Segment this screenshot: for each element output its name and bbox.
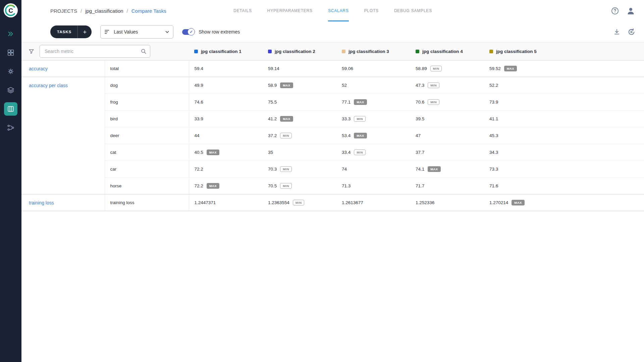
tab-debug-samples[interactable]: DEBUG SAMPLES xyxy=(394,0,432,21)
menu-expand-icon xyxy=(7,30,14,38)
clearml-logo[interactable]: C xyxy=(3,3,18,18)
tab-bar: DETAILS HYPERPARAMETERS SCALARS PLOTS DE… xyxy=(233,0,432,21)
metric-search-input[interactable] xyxy=(45,49,141,54)
metric-value: 1.252336 xyxy=(416,200,434,205)
refresh-button[interactable] xyxy=(628,28,635,36)
table-body: accuracytotal59.459.1459.0658.89MIN59.52… xyxy=(21,60,644,211)
user-avatar-icon xyxy=(626,6,635,15)
filter-button[interactable] xyxy=(25,46,37,57)
metric-value-cell: 1.2363554MIN xyxy=(263,194,336,211)
sort-icon xyxy=(105,29,110,34)
show-row-extremes-label: Show row extremes xyxy=(199,29,240,35)
extreme-badge-max: MAX xyxy=(512,200,524,205)
sidebar-item-projects[interactable] xyxy=(4,46,17,59)
sidebar-item-datasets[interactable] xyxy=(4,83,17,97)
tasks-button[interactable]: TASKS xyxy=(50,25,77,38)
extreme-badge-max: MAX xyxy=(354,99,367,105)
sidebar-item-workers-queues[interactable] xyxy=(4,65,17,78)
metric-value-cell: 33.3MIN xyxy=(336,111,410,127)
metric-value: 49.9 xyxy=(195,83,203,88)
metric-value: 72.2 xyxy=(195,183,203,188)
metric-value-cell: 53.4MAX xyxy=(336,127,410,144)
metric-value: 44 xyxy=(195,133,200,138)
metric-value: 34.3 xyxy=(489,150,498,155)
breadcrumb-separator: / xyxy=(80,8,82,14)
breadcrumb-page[interactable]: Compare Tasks xyxy=(131,8,166,14)
experiment-color-swatch xyxy=(268,50,272,53)
metric-value: 1.2613677 xyxy=(342,200,363,205)
sidebar-item-experiments-board[interactable] xyxy=(4,102,17,116)
metric-value-cell: 49.9 xyxy=(189,77,263,94)
metric-row: car72.270.3MIN7474.1MAX73.3 xyxy=(21,161,644,178)
metric-value-cell: 1.270214MAX xyxy=(484,194,644,211)
metric-value-cell: 40.5MAX xyxy=(189,144,263,161)
breadcrumb-separator: / xyxy=(127,8,128,14)
experiment-column-header[interactable]: jpg classification 5 xyxy=(484,43,644,60)
metric-value-cell: 74 xyxy=(336,161,410,178)
variant-name: cat xyxy=(105,144,189,161)
metric-value: 59.52 xyxy=(489,66,501,71)
tasks-pill: TASKS + xyxy=(50,25,92,38)
show-row-extremes-toggle[interactable] xyxy=(182,29,194,35)
topbar: PROJECTS / jpg_classification / Compare … xyxy=(21,0,644,21)
experiment-name: jpg classification 5 xyxy=(496,49,537,54)
experiment-color-swatch xyxy=(194,50,198,53)
experiment-column-header[interactable]: jpg classification 3 xyxy=(336,43,410,60)
breadcrumb-projects[interactable]: PROJECTS xyxy=(50,8,77,14)
tab-hyperparameters[interactable]: HYPERPARAMETERS xyxy=(267,0,313,21)
download-icon xyxy=(613,28,620,35)
metric-value-cell: 58.89MIN xyxy=(410,60,484,77)
metric-value-cell: 73.3 xyxy=(484,161,644,178)
add-task-button[interactable]: + xyxy=(77,25,92,38)
metric-value-cell: 52.2 xyxy=(484,77,644,94)
metric-value: 40.5 xyxy=(195,150,203,155)
experiment-column-header[interactable]: jpg classification 2 xyxy=(263,43,336,60)
experiment-column-header[interactable]: jpg classification 4 xyxy=(410,43,484,60)
variant-name: dog xyxy=(105,77,189,94)
metric-group-name[interactable]: accuracy per class xyxy=(21,77,105,194)
variant-name: deer xyxy=(105,127,189,144)
experiment-column-header[interactable]: jpg classification 1 xyxy=(189,43,263,60)
tab-plots[interactable]: PLOTS xyxy=(364,0,379,21)
experiment-name: jpg classification 4 xyxy=(422,49,463,54)
experiment-name: jpg classification 3 xyxy=(348,49,389,54)
tab-details[interactable]: DETAILS xyxy=(233,0,252,21)
extreme-badge-min: MIN xyxy=(354,149,366,155)
metric-value-cell: 74.1MAX xyxy=(410,161,484,178)
metric-value-cell: 74.6 xyxy=(189,94,263,111)
breadcrumb-project[interactable]: jpg_classification xyxy=(85,8,123,14)
variant-name: training loss xyxy=(105,194,189,211)
metric-row: accuracytotal59.459.1459.0658.89MIN59.52… xyxy=(21,60,644,77)
extreme-badge-max: MAX xyxy=(504,66,517,71)
extreme-badge-max: MAX xyxy=(354,133,367,138)
sidebar-item-pipelines[interactable] xyxy=(4,121,17,134)
metric-value: 73.9 xyxy=(489,100,498,105)
metric-value-cell: 70.6MIN xyxy=(410,94,484,111)
metric-group-name[interactable]: accuracy xyxy=(21,60,105,77)
search-header-cell xyxy=(21,43,189,60)
app-root: C xyxy=(0,0,644,362)
chevron-down-icon xyxy=(165,31,169,33)
metric-value: 47 xyxy=(416,133,421,138)
tab-scalars[interactable]: SCALARS xyxy=(328,0,349,21)
scalars-comparison-table: jpg classification 1jpg classification 2… xyxy=(21,42,644,211)
user-avatar-button[interactable] xyxy=(626,6,635,15)
values-mode-dropdown[interactable]: Last Values xyxy=(100,25,173,39)
metric-value: 59.14 xyxy=(268,66,279,71)
metric-value-cell: 1.252336 xyxy=(410,194,484,211)
variant-name: total xyxy=(105,60,189,77)
download-button[interactable] xyxy=(613,28,620,35)
metric-value: 35 xyxy=(268,150,273,155)
metric-row: bird33.941.2MAX33.3MIN39.541.1 xyxy=(21,111,644,127)
metric-value-cell: 59.4 xyxy=(189,60,263,77)
metric-value: 74.6 xyxy=(195,100,203,105)
workers-gear-icon xyxy=(7,68,14,75)
metric-value: 45.3 xyxy=(489,133,498,138)
sidebar-item-menu-expand[interactable] xyxy=(4,27,17,41)
metric-group-name[interactable]: training loss xyxy=(21,194,105,211)
metric-search xyxy=(40,45,150,58)
metric-value: 41.2 xyxy=(268,116,277,121)
metric-value-cell: 58.9MAX xyxy=(263,77,336,94)
metric-value: 71.7 xyxy=(416,183,424,188)
help-button[interactable] xyxy=(611,7,619,15)
